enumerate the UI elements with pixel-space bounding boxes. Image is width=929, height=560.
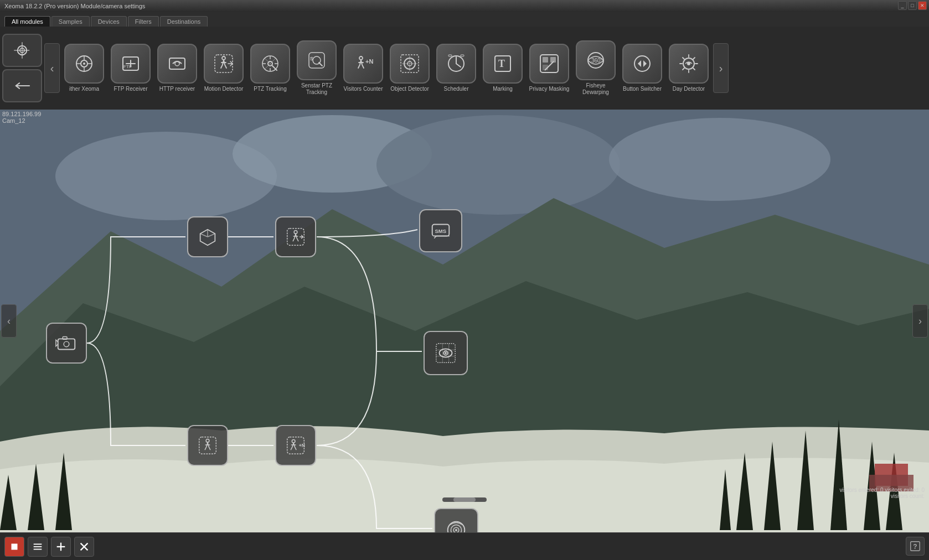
fisheye-icon: 360° bbox=[584, 48, 608, 72]
svg-point-38 bbox=[376, 115, 620, 215]
svg-text:SMS: SMS bbox=[435, 228, 447, 234]
module-label-scheduler: Scheduler bbox=[443, 86, 468, 92]
canvas-prev-button[interactable]: ‹ bbox=[1, 304, 17, 338]
svg-point-34 bbox=[687, 62, 690, 65]
module-other-xeoma[interactable]: ither Xeoma bbox=[62, 44, 106, 92]
svg-point-16 bbox=[359, 56, 363, 60]
module-label-ptz: PTZ Tracking bbox=[254, 86, 286, 92]
titlebar: Xeoma 18.2.2 (Pro version) Module/camera… bbox=[0, 0, 929, 12]
svg-point-8 bbox=[175, 61, 179, 66]
module-http-receiver[interactable]: HTTP receiver bbox=[155, 44, 199, 92]
titlebar-title: Xeoma 18.2.2 (Pro version) Module/camera… bbox=[4, 3, 145, 9]
svg-point-4 bbox=[83, 63, 85, 65]
tab-destinations[interactable]: Destinations bbox=[160, 16, 208, 27]
toolbar-prev-button[interactable]: ‹ bbox=[44, 43, 60, 93]
svg-text:360°: 360° bbox=[591, 58, 603, 64]
node-camera[interactable] bbox=[46, 323, 87, 364]
motion-detector-bottom-icon bbox=[196, 434, 219, 457]
ptz-tracking-icon bbox=[258, 51, 282, 76]
left-icon-group bbox=[2, 34, 42, 102]
camera-source-button[interactable] bbox=[2, 34, 42, 67]
svg-rect-23 bbox=[461, 55, 464, 56]
module-button-switcher[interactable]: Button Switcher bbox=[620, 44, 664, 92]
camera-icon bbox=[12, 40, 32, 60]
node-motion-detector-top[interactable] bbox=[275, 216, 316, 257]
module-object-detector[interactable]: Object Detector bbox=[388, 44, 432, 92]
delete-button[interactable] bbox=[74, 537, 94, 557]
svg-point-52 bbox=[445, 352, 447, 354]
module-icon-box-motion bbox=[204, 44, 244, 84]
http-receiver-icon bbox=[165, 51, 189, 76]
node-motion-detector-bottom[interactable] bbox=[187, 425, 228, 466]
module-label-http: HTTP receiver bbox=[159, 86, 195, 92]
module-icon-box-object bbox=[390, 44, 430, 84]
svg-point-60 bbox=[292, 440, 295, 443]
bottom-toolbar: ? bbox=[0, 532, 929, 560]
marking-icon: T bbox=[491, 51, 515, 76]
canvas-scrollbar-thumb[interactable] bbox=[453, 497, 476, 502]
module-ptz-tracking[interactable]: PTZ Tracking bbox=[248, 44, 292, 92]
node-sms[interactable]: SMS bbox=[419, 209, 462, 252]
maximize-button[interactable]: □ bbox=[908, 1, 917, 10]
module-visitors-counter[interactable]: +N Visitors Counter bbox=[341, 44, 385, 92]
tab-devices[interactable]: Devices bbox=[91, 16, 127, 27]
module-label-day-detector: Day Detector bbox=[673, 86, 705, 92]
add-icon bbox=[55, 541, 67, 553]
module-icon-box-ptz bbox=[250, 44, 290, 84]
object-box-icon bbox=[196, 225, 219, 248]
motion-detector-top-icon bbox=[284, 225, 307, 248]
node-object-box[interactable] bbox=[187, 216, 228, 257]
canvas-next-button[interactable]: › bbox=[912, 304, 928, 338]
toolbar-next-button[interactable]: › bbox=[713, 43, 729, 93]
day-detector-icon bbox=[677, 51, 701, 76]
senstar-ptz-icon: S bbox=[304, 48, 329, 72]
close-button[interactable]: ✕ bbox=[918, 1, 927, 10]
svg-point-10 bbox=[222, 56, 225, 60]
svg-text:T: T bbox=[498, 58, 505, 69]
other-xeoma-icon bbox=[72, 51, 96, 76]
canvas-scrollbar[interactable] bbox=[442, 497, 487, 502]
help-button[interactable]: ? bbox=[906, 537, 925, 556]
svg-rect-7 bbox=[169, 58, 185, 69]
tab-filters[interactable]: Filters bbox=[128, 16, 159, 27]
back-button[interactable] bbox=[2, 69, 42, 102]
svg-text:+N: +N bbox=[299, 443, 305, 448]
tab-all-modules[interactable]: All modules bbox=[4, 16, 50, 27]
node-scheduler[interactable] bbox=[424, 331, 468, 375]
visitors-counter-node-icon: +N bbox=[284, 434, 307, 457]
camera-info: 89.121.196.99 Cam_12 bbox=[2, 111, 41, 124]
module-ftp-receiver[interactable]: FTP FTP Receiver bbox=[109, 44, 153, 92]
stop-button[interactable] bbox=[4, 537, 24, 557]
delete-icon bbox=[78, 541, 90, 553]
list-icon bbox=[32, 541, 44, 553]
list-button[interactable] bbox=[28, 537, 48, 557]
node-visitors-counter[interactable]: +N bbox=[275, 425, 316, 466]
svg-rect-42 bbox=[58, 339, 75, 349]
camera-node-icon bbox=[55, 331, 78, 355]
help-icon: ? bbox=[909, 540, 921, 552]
module-label-senstar: Senstar PTZ Tracking bbox=[296, 82, 338, 96]
svg-rect-57 bbox=[199, 437, 216, 454]
privacy-masking-icon bbox=[537, 51, 561, 76]
module-privacy-masking[interactable]: Privacy Masking bbox=[527, 44, 571, 92]
svg-point-63 bbox=[451, 525, 461, 532]
node-alarm[interactable] bbox=[434, 508, 478, 532]
titlebar-controls: _ □ ✕ bbox=[898, 1, 927, 10]
module-senstar-ptz[interactable]: S Senstar PTZ Tracking bbox=[295, 40, 339, 96]
module-fisheye[interactable]: 360° Fisheye Dewarping bbox=[574, 40, 618, 96]
module-label-button-switcher: Button Switcher bbox=[623, 86, 662, 92]
module-icon-box-senstar: S bbox=[297, 40, 337, 80]
module-icon-box-marking: T bbox=[483, 44, 523, 84]
module-label-privacy: Privacy Masking bbox=[529, 86, 570, 92]
svg-rect-66 bbox=[12, 543, 18, 549]
tab-samples[interactable]: Samples bbox=[51, 16, 90, 27]
module-motion-detector[interactable]: Motion Detector bbox=[202, 44, 246, 92]
module-marking[interactable]: T Marking bbox=[481, 44, 525, 92]
canvas-area: SMS +N bbox=[0, 110, 929, 532]
module-icon-box-day-detector bbox=[669, 44, 709, 84]
module-day-detector[interactable]: Day Detector bbox=[667, 44, 711, 92]
module-label-other-xeoma: ither Xeoma bbox=[69, 86, 99, 92]
module-scheduler[interactable]: Scheduler bbox=[434, 44, 478, 92]
add-button[interactable] bbox=[51, 537, 71, 557]
minimize-button[interactable]: _ bbox=[898, 1, 907, 10]
